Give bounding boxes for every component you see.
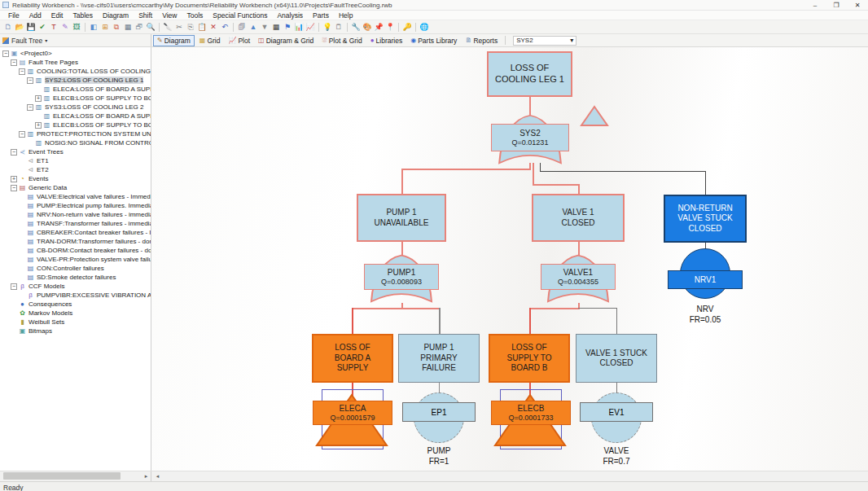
view-button-reports[interactable]: 🗎Reports [462,36,501,46]
event-pump1-primary[interactable]: PUMP 1 PRIMARY FAILURE [398,334,480,383]
event-valve1-stuck[interactable]: VALVE 1 STUCK CLOSED [576,334,657,383]
tree-item--project0-[interactable]: −▣<Project0> [0,49,151,58]
pin-gray-icon[interactable]: 📍 [384,22,396,33]
tree-item-sys3[interactable]: −▥SYS3:LOSS OF COOLING LEG 2 [0,103,151,112]
chevron-down-icon[interactable]: ▾ [570,37,573,44]
tree-item-eleca[interactable]: ▥ELECA:LOSS OF BOARD A SUPPLY [0,85,151,94]
knife-icon[interactable]: 🔪 [162,22,173,33]
fault-tree-pane-header[interactable]: Fault Tree ▾ [0,34,151,46]
up-arrow-icon[interactable]: ▲ [248,22,259,33]
menu-item-analysis[interactable]: Analysis [272,11,308,20]
pin-green-icon[interactable]: 📌 [373,22,384,33]
undo-icon[interactable]: ↶ [219,22,230,33]
menu-item-view[interactable]: View [157,11,182,20]
event-loss-board-a[interactable]: LOSS OF BOARD A SUPPLY [312,334,393,383]
tree-item-sys2[interactable]: −▥SYS2:LOSS OF COOLING LEG 1 [0,76,151,85]
gate-label-sys2[interactable]: SYS2 Q=0.01231 [491,124,569,151]
tree-item-nosig[interactable]: ▥NOSIG:NO SIGNAL FROM CONTROLLER [0,138,151,147]
chart-bar-icon[interactable]: 📊 [293,22,305,33]
menu-item-tools[interactable]: Tools [182,11,208,20]
tree-item-cb-dorm[interactable]: ▤CB-DORM:Contact breaker failures - dorm… [0,246,151,255]
key-icon[interactable]: 🔑 [401,22,413,33]
tree-expander-icon[interactable]: − [19,68,25,75]
tree-item-ccf-models[interactable]: −βCCF Models [0,282,151,291]
tree-item-weibull-sets[interactable]: ▮Weibull Sets [0,318,151,327]
tree-expander-icon[interactable]: − [19,131,25,138]
close-button[interactable]: ✕ [847,2,868,9]
menu-item-diagram[interactable]: Diagram [98,11,134,20]
menu-item-file[interactable]: File [3,11,24,20]
tree-expander-icon[interactable]: − [27,77,33,84]
tree-item-valve[interactable]: ▤VALVE:Electrical valve failures - Immed… [0,192,151,201]
event-valve1-closed[interactable]: VALVE 1 CLOSED [532,194,625,242]
tree-item-fault-tree-pages[interactable]: −▤Fault Tree Pages [0,58,151,67]
font-icon[interactable]: T [48,22,59,33]
diagram-canvas[interactable]: LOSS OF COOLING LEG 1 SYS2 Q=0.01231 PUM… [151,47,868,471]
tree-item-valve-pr[interactable]: ▤VALVE-PR:Protection system valve failur… [0,255,151,264]
view-button-diagram-grid[interactable]: ◫Diagram & Grid [255,36,317,46]
tree-item-consequences[interactable]: ●Consequences [0,300,151,309]
save-icon[interactable]: 💾 [25,22,37,33]
tree-item-tran-dorm[interactable]: ▤TRAN-DORM:Transformer failures - dorman… [0,237,151,246]
tree-item-et2[interactable]: ⊲ET2 [0,165,151,174]
tree-item-transf[interactable]: ▤TRANSF:Transformer failures - immediate… [0,219,151,228]
view-button-plot-grid[interactable]: ⛆Plot & Grid [318,36,366,46]
tree-expander-icon[interactable]: − [27,104,33,111]
page-selector-dropdown[interactable]: SYS2▾ [513,36,576,46]
clipboard-icon[interactable]: 🗒 [333,22,344,33]
event-label-ev1[interactable]: EV1 [580,402,653,422]
paste-icon[interactable]: 📋 [196,22,208,33]
tree-expander-icon[interactable]: + [11,176,17,182]
tools-icon[interactable]: 🔧 [350,22,362,33]
tree-item-pump[interactable]: ▤PUMP:Electrical pump failures. Immediat… [0,201,151,210]
scroll-right-icon[interactable]: ▸ [142,471,151,480]
minimize-button[interactable]: – [804,2,826,9]
scroll-left-icon[interactable]: ◂ [153,471,162,480]
view-button-plot[interactable]: 📈Plot [225,36,253,46]
event-pump1-unavailable[interactable]: PUMP 1 UNAVAILABLE [357,194,446,242]
view-button-diagram[interactable]: ✎Diagram [153,35,195,46]
tree-item-et1[interactable]: ⊲ET1 [0,156,151,165]
tree-item-cooling[interactable]: −▥COOLING:TOTAL LOSS OF COOLING [0,67,151,76]
table-icon[interactable]: ▦ [270,22,282,33]
view-button-libraries[interactable]: ●Libraries [367,36,406,46]
sidebar-hscrollbar[interactable]: ▸ [0,471,151,481]
menu-item-special-functions[interactable]: Special Functions [208,11,272,20]
top-event-loss-of-cooling[interactable]: LOSS OF COOLING LEG 1 [487,51,572,97]
window-grid-icon[interactable]: ▦ [122,22,134,33]
menu-item-shift[interactable]: Shift [134,11,157,20]
tree-item-con[interactable]: ▤CON:Controller failures [0,264,151,273]
tree-item-bitmaps[interactable]: ▣Bitmaps [0,327,151,335]
layers-add-icon[interactable]: ⊞ [99,22,111,33]
view-button-grid[interactable]: ▦Grid [196,36,224,46]
copy-icon[interactable]: ⎘ [185,22,196,33]
tree-item-pumpvibr[interactable]: βPUMPVIBR:EXCESSIVE VIBRATION AFFECTING … [0,291,151,300]
flag-icon[interactable]: ⚑ [282,22,293,33]
tree-item-elecb[interactable]: +▥ELECB:LOSS OF SUPPLY TO BOARD B [0,94,151,103]
tree-expander-icon[interactable]: − [11,59,17,66]
window-cascade-icon[interactable]: 🗗 [134,22,145,33]
event-label-ep1[interactable]: EP1 [402,402,476,422]
layers-multi-icon[interactable]: ⧉ [111,22,122,33]
picture-icon[interactable]: 🖼 [71,22,82,33]
tree-item-generic-data[interactable]: −▤Generic Data [0,183,151,192]
menu-item-edit[interactable]: Edit [46,11,68,20]
chart-line-icon[interactable]: 📈 [305,22,316,33]
gate-label-pump1[interactable]: PUMP1 Q=0.008093 [364,264,439,290]
tree-item-cbreaker[interactable]: ▤CBREAKER:Contact breaker failures - Imm… [0,228,151,237]
chevron-down-icon[interactable]: ▾ [45,37,47,43]
menu-item-add[interactable]: Add [24,11,46,20]
menu-item-parts[interactable]: Parts [308,11,334,20]
menu-item-tables[interactable]: Tables [68,11,98,20]
event-nonreturn-valve[interactable]: NON-RETURN VALVE STUCK CLOSED [664,195,747,243]
event-loss-supply-b[interactable]: LOSS OF SUPPLY TO BOARD B [489,334,570,383]
event-label-eleca[interactable]: ELECA Q=0.0001579 [313,401,392,425]
delete-icon[interactable]: ✕ [208,22,219,33]
down-arrow-icon[interactable]: ▼ [259,22,270,33]
view-button-parts-library[interactable]: ◉Parts Library [407,36,460,46]
tree-item-markov-models[interactable]: ✿Markov Models [0,309,151,318]
layers-icon[interactable]: ◧ [88,22,99,33]
edit-pencil-icon[interactable]: ✎ [59,22,71,33]
tree-item-protect[interactable]: −▥PROTECT:PROTECTION SYSTEM UNAVAILABLE [0,129,151,138]
spellcheck-icon[interactable]: ✔ [37,22,48,33]
